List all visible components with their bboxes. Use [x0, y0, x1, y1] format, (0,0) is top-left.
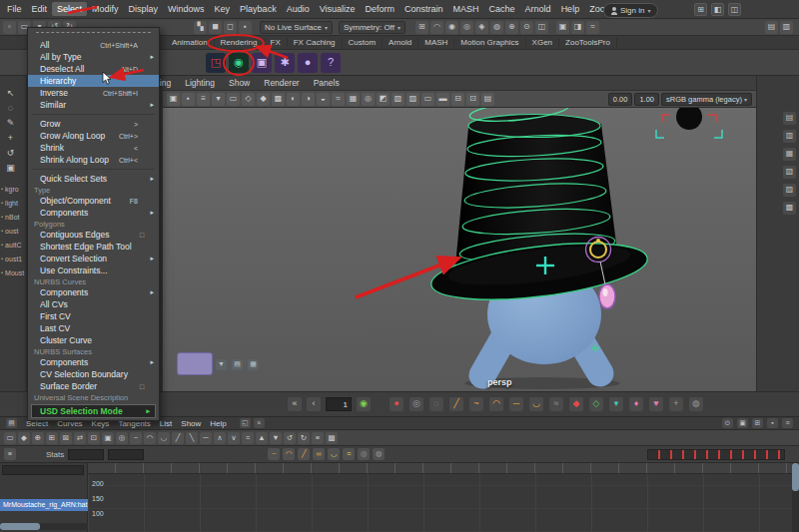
soft-select-icon[interactable]: ⊙ [520, 21, 533, 34]
snap-keys-icon[interactable]: ◌ [429, 397, 443, 411]
select-menu-item[interactable]: Deselect All Alt+D [28, 63, 159, 75]
shelf-tab[interactable]: XGen [526, 38, 559, 47]
bookmarks-icon[interactable]: ▾ [212, 93, 225, 106]
shelf-tab[interactable]: FX [265, 38, 288, 47]
four-pane-icon[interactable]: ◫ [728, 3, 741, 16]
panel-menu-icon[interactable]: ▤ [6, 418, 17, 428]
select-object-icon[interactable]: ◼ [209, 21, 222, 34]
paint-effects-icon[interactable]: ▤ [765, 21, 778, 34]
scale-tool-icon[interactable]: ▣ [3, 161, 18, 175]
modeling-toolkit-tab-icon[interactable]: ▧ [783, 166, 796, 179]
menubar-item[interactable]: MASH [448, 2, 484, 16]
select-menu-item[interactable]: Last CV [28, 322, 159, 334]
horizontal-scrollbar[interactable] [0, 523, 88, 530]
linear-tangent-icon[interactable]: ╱ [172, 432, 184, 444]
buffer-snapshot-icon[interactable]: ≈ [242, 432, 254, 444]
snap-view-plane-icon[interactable]: ◈ [475, 21, 488, 34]
select-menu-item[interactable]: Convert Selection ▸ [28, 253, 159, 265]
stats-frame-field[interactable] [108, 449, 144, 460]
shelf-tab[interactable]: Rendering [215, 38, 265, 47]
camera-icon[interactable]: ▣ [252, 53, 272, 73]
lattice-deform-icon[interactable]: ⊞ [46, 432, 58, 444]
ghosting-icon[interactable]: ◍ [689, 397, 703, 411]
use-all-lights-icon[interactable]: ◐ [287, 93, 300, 106]
lock-camera-icon[interactable]: ▪ [182, 93, 195, 106]
retime-tool-icon[interactable]: ⇄ [74, 432, 86, 444]
infinity-icon[interactable]: ∞ [313, 448, 325, 460]
texture-view-icon[interactable]: ▥ [780, 21, 793, 34]
outliner-item[interactable]: •nBot [1, 210, 27, 224]
single-pane-icon[interactable]: ◧ [711, 3, 724, 16]
lasso-tool-icon[interactable]: ◌ [3, 101, 18, 115]
stacked-view-icon[interactable]: ◠ [283, 448, 295, 460]
flat-tangent-icon[interactable]: ─ [200, 432, 212, 444]
outliner-item[interactable]: •oust [1, 224, 27, 238]
live-surface-dropdown[interactable]: No Live Surface ▾ [260, 21, 333, 34]
select-menu-item[interactable]: Inverse Ctrl+Shift+I [28, 87, 159, 99]
character-set-icon[interactable]: ♦ [629, 397, 643, 411]
select-menu-item[interactable] [36, 32, 151, 37]
shelf-tab[interactable]: FX Caching [288, 38, 343, 47]
menubar-item[interactable]: Windows [163, 2, 210, 16]
select-menu-item[interactable]: CV Selection Boundary [28, 368, 159, 380]
viewport-menu-item[interactable]: Panels [314, 78, 340, 88]
outliner-item[interactable]: •oust1 [1, 252, 27, 266]
select-menu-item[interactable]: Surface Border □ [28, 380, 159, 392]
new-scene-icon[interactable]: ▫ [3, 21, 16, 34]
render-globals-icon[interactable]: ◉ [229, 53, 249, 73]
select-menu-item[interactable]: Grow > [28, 118, 159, 130]
select-menu-item[interactable]: Cluster Curve [28, 334, 159, 346]
select-menu-item[interactable]: Grow Along Loop Ctrl+> [28, 130, 159, 142]
move-tool-icon[interactable]: + [3, 131, 18, 145]
graph-editor-menu-item[interactable]: List [160, 419, 172, 428]
select-menu-item[interactable]: Contiguous Edges □ [28, 229, 159, 241]
sign-in-button[interactable]: Sign in ▾ [603, 3, 658, 18]
universal-manip-icon[interactable]: ⊕ [505, 21, 518, 34]
sphere-icon[interactable]: ● [298, 53, 318, 73]
step-back-icon[interactable]: ‹ [307, 397, 321, 411]
step-tangent-icon[interactable]: ◡ [529, 397, 543, 411]
go-to-start-icon[interactable]: « [288, 397, 302, 411]
select-menu-item[interactable]: Shrink < [28, 142, 159, 154]
region-select-icon[interactable]: ⊠ [60, 432, 72, 444]
select-menu-item[interactable]: Shrink Along Loop Ctrl+< [28, 154, 159, 166]
step-out-tangent-icon[interactable]: ∨ [228, 432, 240, 444]
viewport-menu-item[interactable]: Show [229, 78, 250, 88]
image-plane-icon[interactable]: ▭ [227, 93, 240, 106]
time-marker-icon[interactable]: ▾ [609, 397, 623, 411]
select-menu-item[interactable]: NURBS Surfaces [28, 346, 159, 356]
workspace-icon[interactable]: ⊞ [694, 3, 707, 16]
menubar-item[interactable]: Audio [282, 2, 315, 16]
move-key-icon[interactable]: ▭ [4, 432, 16, 444]
gamma-field[interactable]: 1.00 [634, 93, 659, 106]
isolate-select-icon[interactable]: ◩ [377, 93, 390, 106]
select-menu-item[interactable] [32, 166, 155, 170]
post-infinity-icon[interactable]: ▼ [270, 432, 282, 444]
safe-action-icon[interactable]: ⊡ [466, 93, 479, 106]
render-view-icon[interactable]: ◳ [206, 53, 226, 73]
outliner-tab-icon[interactable]: ▩ [783, 202, 796, 215]
symmetry-dropdown[interactable]: Symmetry: Off ▾ [339, 21, 405, 34]
resolution-gate-icon[interactable]: ▭ [421, 93, 434, 106]
menubar-item[interactable]: Arnold [520, 2, 556, 16]
option-box-icon[interactable]: □ [138, 232, 146, 239]
viewport-menu-item[interactable]: Lighting [185, 78, 215, 88]
film-gate-hud-icon[interactable]: ▦ [248, 359, 259, 370]
field-chart-icon[interactable]: ⊟ [451, 93, 464, 106]
select-hierarchy-icon[interactable]: ▚ [194, 21, 207, 34]
joint-xray-icon[interactable]: ▨ [406, 93, 419, 106]
ge-settings-icon[interactable]: ≡ [782, 418, 793, 428]
panel-close-icon[interactable]: × [254, 418, 265, 428]
center-current-icon[interactable]: ◎ [116, 432, 128, 444]
graph-editor-menu-item[interactable]: Show [181, 419, 201, 428]
shelf-tab[interactable]: Arnold [383, 38, 418, 47]
shaded-mode-icon[interactable]: ◆ [257, 93, 270, 106]
menubar-item[interactable]: Edit [27, 2, 53, 16]
symmetry-icon[interactable]: ◫ [535, 21, 548, 34]
frame-all-icon[interactable]: ⊡ [88, 432, 100, 444]
tool-settings-tab-icon[interactable]: ▦ [783, 148, 796, 161]
auto-key-icon[interactable]: ● [390, 397, 403, 411]
menubar-item[interactable]: Help [556, 2, 585, 16]
outliner-item[interactable]: •light [1, 196, 27, 210]
value-snap-icon[interactable]: ◍ [373, 448, 385, 460]
